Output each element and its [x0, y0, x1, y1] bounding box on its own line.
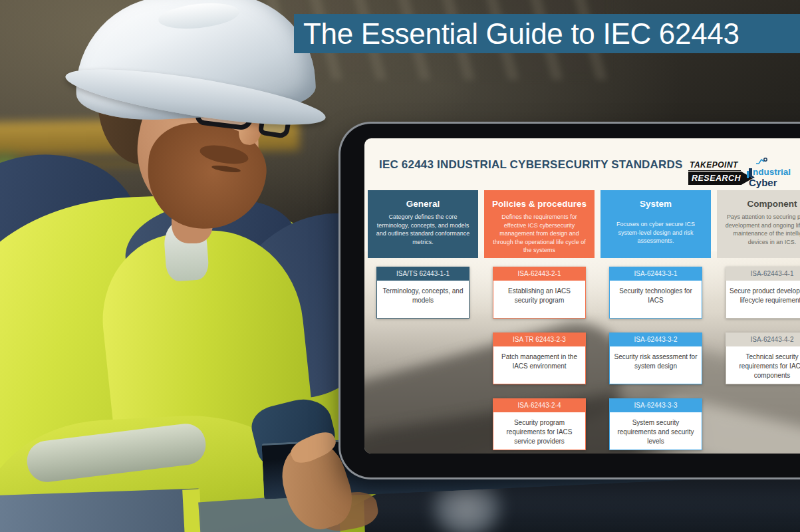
- category-label: Component: [717, 199, 800, 209]
- standard-code: ISA-62443-2-1: [493, 267, 586, 281]
- category-row: General Category defines the core termin…: [364, 190, 800, 258]
- standard-card: ISA/TS 62443-1-1 Terminology, concepts, …: [376, 267, 469, 319]
- page-title: The Essential Guide to IEC 62443: [303, 17, 739, 51]
- standard-code: ISA-62443-3-2: [609, 332, 702, 346]
- category-component: Component Pays attention to securing pro…: [717, 190, 800, 258]
- standard-card: ISA-62443-4-1 Secure product development…: [726, 267, 800, 319]
- standard-card: ISA-62443-3-1 Security technologies for …: [609, 267, 702, 319]
- category-description: Focuses on cyber secure ICS system-level…: [607, 220, 704, 245]
- standard-code: ISA-62443-3-1: [609, 267, 702, 281]
- standard-title: Security risk assessment for system desi…: [609, 346, 702, 384]
- standard-card: ISA-62443-2-1 Establishing an IACS secur…: [493, 267, 586, 319]
- infographic-title: IEC 62443 INDUSTRIAL CYBERSECURITY STAND…: [379, 158, 683, 172]
- standard-title: Terminology, concepts, and models: [376, 281, 469, 319]
- category-label: System: [600, 199, 711, 209]
- category-description: Category defines the core terminology, c…: [374, 213, 471, 246]
- category-policies-procedures: Policies & procedures Defines the requir…: [484, 190, 595, 258]
- standard-code: ISA/TS 62443-1-1: [376, 267, 469, 281]
- standard-title: Technical security requirements for IACS…: [726, 346, 800, 384]
- category-label: Policies & procedures: [484, 199, 595, 209]
- standard-card: ISA TR 62443-2-3 Patch management in the…: [493, 332, 586, 384]
- industrial-cyber-logo: ndustrial Cyber: [749, 157, 800, 188]
- standard-code: ISA TR 62443-2-3: [493, 332, 586, 346]
- standard-title: Security technologies for IACS: [609, 281, 702, 319]
- standards-column-component: ISA-62443-4-1 Secure product development…: [717, 267, 800, 450]
- standards-column-policies: ISA-62443-2-1 Establishing an IACS secur…: [484, 267, 595, 450]
- cyber-wordmark: Cyber: [749, 178, 800, 188]
- takepoint-research-logo: TAKEPOINT RESEARCH: [688, 158, 755, 185]
- category-general: General Category defines the core termin…: [368, 190, 478, 258]
- standards-grid: ISA/TS 62443-1-1 Terminology, concepts, …: [364, 267, 800, 450]
- standard-card: ISA-62443-3-2 Security risk assessment f…: [609, 332, 702, 384]
- standard-title: Security program requirements for IACS s…: [493, 412, 586, 450]
- standard-code: ISA-62443-2-4: [493, 398, 586, 412]
- title-banner: The Essential Guide to IEC 62443: [294, 14, 800, 53]
- hero-image: IEC 62443 INDUSTRIAL CYBERSECURITY STAND…: [0, 0, 800, 532]
- standard-code: ISA-62443-3-3: [609, 398, 702, 412]
- jacket-lower-panel: [0, 488, 200, 532]
- standard-card: ISA-62443-4-2 Technical security require…: [726, 332, 800, 384]
- circuit-icon: [755, 157, 769, 165]
- standard-card: ISA-62443-3-3 System security requiremen…: [609, 398, 702, 450]
- category-label: General: [368, 199, 478, 209]
- standards-column-general: ISA/TS 62443-1-1 Terminology, concepts, …: [368, 267, 478, 450]
- standard-title: System security requirements and securit…: [609, 412, 702, 450]
- standard-code: ISA-62443-4-2: [726, 332, 800, 346]
- research-arrow-badge: RESEARCH: [688, 172, 753, 185]
- standard-title: Establishing an IACS security program: [493, 281, 586, 319]
- standard-title: Secure product development lifecycle req…: [726, 281, 800, 319]
- industrial-wordmark: ndustrial: [749, 168, 800, 177]
- category-description: Pays attention to securing product devel…: [724, 213, 800, 246]
- takepoint-wordmark: TAKEPOINT: [688, 160, 741, 171]
- standard-code: ISA-62443-4-1: [726, 267, 800, 281]
- standard-title: Patch management in the IACS environment: [493, 346, 586, 384]
- standards-column-system: ISA-62443-3-1 Security technologies for …: [600, 267, 711, 450]
- infographic-header: IEC 62443 INDUSTRIAL CYBERSECURITY STAND…: [364, 138, 800, 190]
- tablet-mockup: IEC 62443 INDUSTRIAL CYBERSECURITY STAND…: [340, 124, 800, 477]
- category-description: Defines the requirements for effective I…: [491, 213, 588, 255]
- category-system: System Focuses on cyber secure ICS syste…: [600, 190, 711, 258]
- standard-card: ISA-62443-2-4 Security program requireme…: [493, 398, 586, 450]
- tablet-screen: IEC 62443 INDUSTRIAL CYBERSECURITY STAND…: [364, 138, 800, 454]
